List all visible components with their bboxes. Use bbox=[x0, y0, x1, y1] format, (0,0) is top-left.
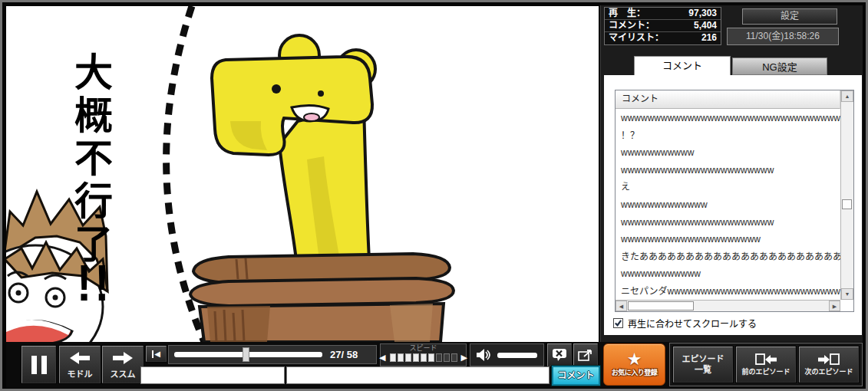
player-window: 大概不行了 !! 再 生： 97,303 コメント： 5,404 マイリスト： … bbox=[0, 0, 868, 391]
episode-list-button[interactable]: エピソード 一覧 bbox=[673, 347, 733, 383]
settings-button[interactable]: 設定 bbox=[742, 8, 837, 25]
forward-button-label: ススム bbox=[111, 367, 136, 380]
volume-track[interactable] bbox=[497, 353, 537, 358]
video-stats: 再 生： 97,303 コメント： 5,404 マイリスト： 216 bbox=[604, 7, 721, 45]
scroll-right-icon[interactable]: ▶ bbox=[829, 301, 840, 311]
back-button-label: モドル bbox=[68, 367, 93, 380]
giraffe-character bbox=[212, 35, 375, 274]
autoscroll-label: 再生に合わせてスクロールする bbox=[628, 317, 757, 330]
speed-segment bbox=[398, 353, 404, 362]
next-episode-icon bbox=[817, 353, 840, 366]
speed-segment bbox=[390, 353, 396, 362]
stat-views-value: 97,303 bbox=[688, 8, 717, 19]
skip-start-arrow-icon: ◀ bbox=[154, 350, 160, 358]
speed-segment bbox=[421, 353, 427, 362]
scroll-down-icon[interactable]: ▼ bbox=[841, 288, 853, 300]
skip-start-icon bbox=[152, 350, 153, 358]
speed-segment bbox=[444, 353, 450, 362]
comment-input[interactable] bbox=[286, 366, 550, 384]
prev-episode-label: 前のエピソード bbox=[741, 366, 790, 376]
episode-list-label-1: エピソード bbox=[682, 354, 724, 364]
stat-mylist-value: 216 bbox=[701, 32, 717, 44]
video-screen[interactable]: 大概不行了 !! bbox=[6, 6, 599, 342]
volume-control bbox=[470, 343, 544, 366]
seek-thumb[interactable] bbox=[243, 347, 249, 362]
speed-controls: ◀ ▶ bbox=[377, 353, 470, 363]
comment-row[interactable]: ニセパンダwwwwwwwwwwwwwwwwwwwwwwwwww bbox=[616, 282, 840, 300]
comment-balloon-x-icon bbox=[552, 348, 567, 363]
stat-views: 再 生： 97,303 bbox=[605, 8, 721, 20]
speed-segment bbox=[436, 353, 442, 362]
seek-track[interactable] bbox=[174, 352, 322, 357]
arrow-right-icon bbox=[111, 350, 134, 366]
comment-row[interactable]: きたああああああああああああああああああああああ bbox=[616, 248, 840, 265]
comment-row[interactable]: wwwwwwwwwwwwwwwwwwwwwww bbox=[616, 213, 840, 231]
speed-control: スピード ◀ ▶ bbox=[380, 343, 467, 366]
autoscroll-checkbox[interactable] bbox=[613, 318, 623, 328]
stat-comments-value: 5,404 bbox=[694, 20, 717, 31]
vertical-scroll-thumb[interactable] bbox=[842, 199, 852, 209]
next-episode-label: 次のエピソード bbox=[804, 366, 853, 376]
tab-comment[interactable]: コメント bbox=[634, 56, 731, 75]
prev-episode-icon bbox=[754, 353, 777, 366]
back-button[interactable]: モドル bbox=[59, 346, 101, 383]
add-favorite-label: お気に入り登録 bbox=[612, 367, 658, 377]
episode-list-label-2: 一覧 bbox=[695, 365, 711, 375]
speed-segment bbox=[451, 353, 457, 362]
fullscreen-button[interactable] bbox=[573, 343, 598, 366]
video-caption: 大概不行了 bbox=[71, 52, 109, 267]
skip-to-start-button[interactable]: ◀ bbox=[146, 346, 167, 362]
scroll-left-icon[interactable]: ◀ bbox=[616, 301, 627, 311]
vertical-scrollbar[interactable]: ▲ ▼ bbox=[840, 90, 853, 300]
seek-bar-group: 27/ 58 bbox=[168, 345, 377, 364]
star-icon: ★ bbox=[627, 352, 642, 367]
episode-navigation: エピソード 一覧 前のエピソード bbox=[669, 343, 863, 386]
speed-up-icon[interactable]: ▶ bbox=[459, 353, 470, 363]
stat-comments-label: コメント： bbox=[609, 20, 655, 31]
tab-ng-settings[interactable]: NG設定 bbox=[732, 58, 827, 75]
comment-rows: wwwwwwwwwwwwwwwwwwwwwwwwwwwwwwwwwwwww ！？… bbox=[616, 109, 840, 300]
horizontal-scroll-thumb[interactable] bbox=[628, 301, 694, 310]
stat-mylist-label: マイリスト： bbox=[609, 32, 664, 44]
expand-window-icon bbox=[578, 349, 593, 362]
comment-row[interactable]: wwwwwwwwwwwww bbox=[616, 196, 840, 213]
pause-icon bbox=[31, 356, 37, 374]
speed-down-icon[interactable]: ◀ bbox=[377, 353, 388, 363]
forward-button[interactable]: ススム bbox=[102, 346, 144, 383]
comment-submit-button[interactable]: コメント bbox=[552, 366, 600, 386]
scroll-up-icon[interactable]: ▲ bbox=[841, 90, 853, 102]
comment-listview: コメント wwwwwwwwwwwwwwwwwwwwwwwwwwwwwwwwwww… bbox=[615, 90, 854, 312]
comment-row[interactable]: wwwwwwwwwww bbox=[616, 143, 840, 161]
pause-button[interactable] bbox=[21, 346, 56, 383]
comment-row[interactable]: wwwwwwwwwwww bbox=[616, 264, 840, 282]
comment-row[interactable]: wwwwwwwwwwwwwwwwwwwwwww bbox=[616, 161, 840, 179]
info-panel: 再 生： 97,303 コメント： 5,404 マイリスト： 216 設定 11… bbox=[600, 5, 863, 343]
comment-row[interactable]: ！？ bbox=[616, 127, 840, 144]
comment-tab-content: コメント wwwwwwwwwwwwwwwwwwwwwwwwwwwwwwwwwww… bbox=[604, 75, 862, 335]
stat-comments: コメント： 5,404 bbox=[605, 20, 721, 32]
speed-segment bbox=[428, 353, 434, 362]
hide-comments-button[interactable] bbox=[547, 343, 572, 366]
next-episode-button[interactable]: 次のエピソード bbox=[799, 347, 859, 383]
comment-row[interactable]: wwwwwwwwwwwwwwwwwwwww bbox=[616, 230, 840, 248]
speed-segment bbox=[413, 353, 419, 362]
comment-row[interactable]: え bbox=[616, 178, 840, 196]
barrel bbox=[190, 254, 454, 342]
comment-row[interactable]: wwwwwwwwwwwwwwwwwwwwwwwwwwwwwwwwwwwww bbox=[616, 109, 840, 127]
video-caption-bangs: !! bbox=[77, 253, 113, 312]
datetime-display: 11/30(金)18:58:26 bbox=[727, 28, 839, 45]
horizontal-scrollbar[interactable]: ◀ ▶ bbox=[616, 300, 840, 311]
stat-views-label: 再 生： bbox=[609, 8, 645, 19]
time-display: 27/ 58 bbox=[330, 349, 358, 360]
add-favorite-button[interactable]: ★ お気に入り登録 bbox=[603, 343, 665, 386]
prev-episode-button[interactable]: 前のエピソード bbox=[736, 347, 796, 383]
stat-mylist: マイリスト： 216 bbox=[605, 32, 721, 44]
autoscroll-option[interactable]: 再生に合わせてスクロールする bbox=[613, 317, 757, 330]
speed-label: スピード bbox=[409, 345, 437, 352]
arrow-left-icon bbox=[68, 350, 91, 366]
comment-column-header[interactable]: コメント bbox=[616, 90, 840, 109]
pause-icon bbox=[41, 356, 47, 374]
check-icon bbox=[614, 319, 622, 327]
speed-segment bbox=[405, 353, 411, 362]
command-input[interactable] bbox=[140, 366, 285, 384]
